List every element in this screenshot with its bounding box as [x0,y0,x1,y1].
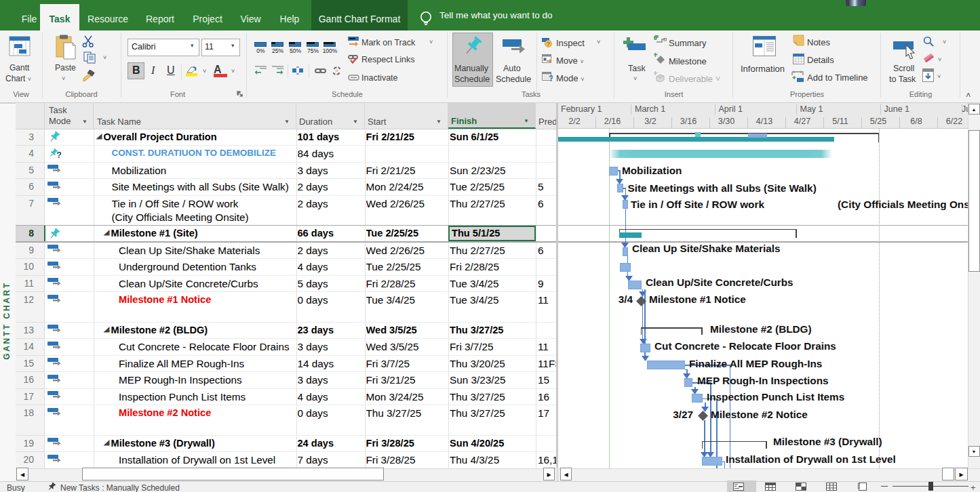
svg-text:?: ? [56,150,62,160]
svg-text:?: ? [547,41,551,47]
svg-text:?: ? [549,74,553,82]
